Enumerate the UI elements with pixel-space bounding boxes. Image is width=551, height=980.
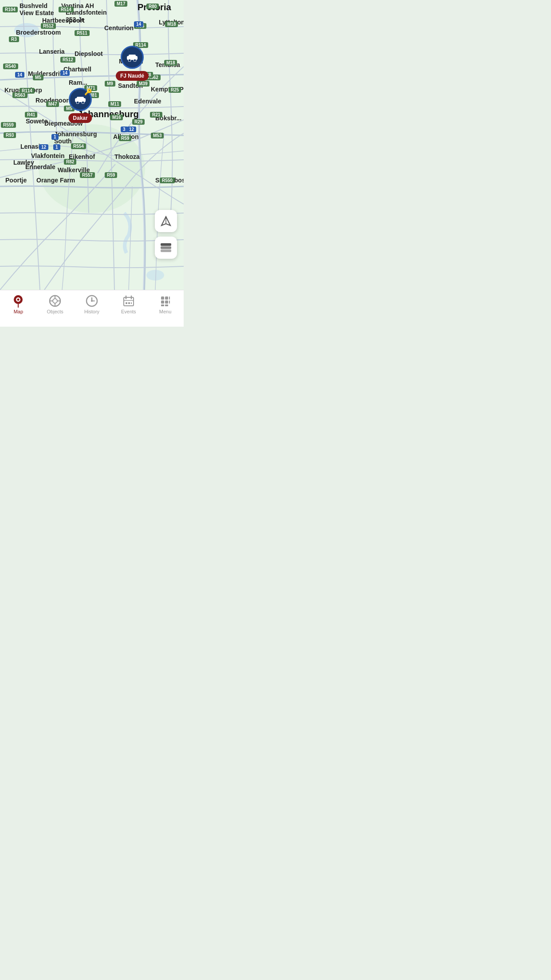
svg-rect-35 — [126, 302, 127, 304]
svg-rect-40 — [169, 296, 170, 300]
svg-point-11 — [76, 101, 79, 104]
history-icon — [86, 295, 98, 307]
svg-rect-16 — [161, 246, 171, 249]
svg-rect-15 — [161, 243, 171, 246]
vehicle-marker-dakar[interactable]: 🔑 Dakar — [69, 88, 92, 111]
svg-rect-45 — [165, 304, 168, 306]
svg-point-30 — [91, 300, 93, 302]
events-icon — [122, 295, 135, 307]
svg-point-1 — [14, 23, 39, 37]
svg-rect-39 — [165, 296, 168, 300]
svg-rect-6 — [129, 55, 136, 58]
nav-label-events: Events — [121, 309, 136, 314]
svg-point-22 — [53, 299, 57, 303]
svg-rect-17 — [161, 249, 171, 252]
svg-rect-38 — [161, 296, 164, 300]
svg-rect-42 — [165, 300, 168, 304]
map-view[interactable]: Pretoria Centurion Hartbeespoort Midrand… — [0, 0, 184, 290]
svg-point-7 — [128, 59, 131, 62]
svg-rect-43 — [169, 300, 170, 304]
svg-rect-44 — [161, 304, 164, 306]
key-badge: 🔑 — [83, 87, 92, 96]
nav-item-history[interactable]: History — [74, 295, 110, 314]
nav-item-map[interactable]: Map — [0, 295, 37, 314]
nav-label-objects: Objects — [47, 309, 63, 314]
svg-rect-41 — [161, 300, 164, 304]
vehicle-label-dakar: Dakar — [68, 113, 92, 123]
svg-point-20 — [17, 299, 20, 301]
bottom-navigation: Map Objects History — [0, 290, 184, 327]
svg-rect-37 — [131, 302, 132, 304]
svg-rect-31 — [124, 297, 134, 306]
svg-rect-36 — [128, 302, 130, 304]
menu-icon — [159, 295, 172, 307]
vehicle-label-fj-naude: FJ Naudé — [116, 71, 149, 81]
svg-point-8 — [134, 59, 136, 62]
svg-point-3 — [39, 124, 145, 213]
map-icon — [12, 295, 24, 307]
nav-label-map: Map — [14, 309, 23, 314]
objects-icon — [49, 295, 61, 307]
nav-label-menu: Menu — [159, 309, 172, 314]
nav-item-menu[interactable]: Menu — [147, 295, 184, 314]
svg-rect-10 — [77, 97, 84, 100]
nav-item-events[interactable]: Events — [110, 295, 147, 314]
svg-point-12 — [82, 101, 84, 104]
nav-item-objects[interactable]: Objects — [37, 295, 74, 314]
layers-button[interactable] — [155, 237, 177, 259]
location-button[interactable] — [155, 210, 177, 232]
vehicle-marker-fj-naude[interactable]: FJ Naudé — [121, 46, 144, 69]
svg-point-2 — [146, 270, 164, 281]
nav-label-history: History — [84, 309, 99, 314]
